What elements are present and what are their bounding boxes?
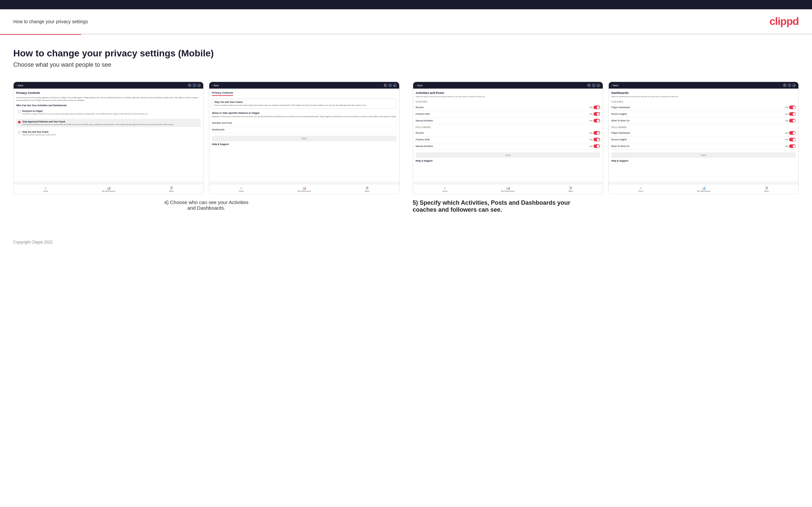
people-icon[interactable]: 👤 [193,83,196,87]
bottom-nav-3: ⌂ Home 📊 My Performance ☰ Menu [413,184,603,194]
search-icon[interactable]: 🔍 [188,83,191,87]
nav-menu-2[interactable]: ☰ Menu [365,186,370,192]
nav-performance-2[interactable]: 📊 My Performance [298,186,311,192]
toggle-switch-followers-work[interactable] [789,144,796,148]
option-only-you[interactable]: Only You and Your Coach Only you and the… [16,129,201,138]
toggle-coaches-manual-control[interactable]: ON [590,119,600,122]
toggle-coaches-drills[interactable]: Practice Drills ON [416,111,600,117]
menu-dashboards[interactable]: Dashboards › [212,126,396,133]
toggle-switch-coaches-drills[interactable] [594,112,600,116]
privacy-controls-tab[interactable]: Privacy Controls [212,91,233,96]
nav-home-4[interactable]: ⌂ Home [638,186,643,192]
screenshots-container: ‹ Back 🔍 👤 ⚙ Privacy Controls Control ho… [13,81,799,213]
toggle-coaches-rounds-control[interactable]: ON [590,106,600,109]
toggle-coaches-manual[interactable]: Manual Activities ON [416,117,600,124]
toggle-coaches-round-insights-control[interactable]: ON [785,112,796,116]
privacy-controls-desc: Control how you and your data appears to… [16,97,201,102]
toggle-switch-followers-manual[interactable] [594,144,600,148]
toggle-on-label-10: ON [785,132,788,134]
toggle-switch-coaches-manual[interactable] [594,119,600,122]
save-button-4[interactable]: Save [611,152,796,158]
toggle-followers-player-dash[interactable]: Player Dashboard ON [611,130,796,136]
option-approved-desc: Only approved followers and coaches you … [22,123,174,126]
toggle-coaches-rounds[interactable]: Rounds ON [416,104,600,111]
nav-performance-1[interactable]: 📊 My Performance [102,186,115,192]
nav-home-2[interactable]: ⌂ Home [239,186,244,192]
toggle-switch-coaches-player[interactable] [789,106,796,109]
toggle-switch-followers-rounds[interactable] [594,131,600,135]
toggle-followers-manual-control[interactable]: ON [590,144,600,148]
save-button-2[interactable]: Save [212,136,396,142]
left-column: ‹ Back 🔍 👤 ⚙ Privacy Controls Control ho… [13,81,400,213]
phone-screen-1: ‹ Back 🔍 👤 ⚙ Privacy Controls Control ho… [13,81,204,194]
back-label-3: Back [417,84,423,87]
menu-activities[interactable]: Activities and Posts › [212,120,396,126]
nav-menu-4[interactable]: ☰ Menu [764,186,769,192]
option-everyone-desc: Everyone on Clippd can search for you an… [22,113,148,115]
settings-icon[interactable]: ⚙ [197,83,201,87]
toggle-coaches-what-to-work[interactable]: What To Work On ON [611,117,796,124]
option-approved-label: Only Approved Followers and Your Coach [22,120,174,123]
nav-menu-1[interactable]: ☰ Menu [169,186,174,192]
toggle-switch-followers-insights[interactable] [789,138,796,142]
toggle-followers-drills[interactable]: Practice Drills ON [416,136,600,143]
nav-home-3[interactable]: ⌂ Home [443,186,448,192]
back-nav-3[interactable]: ‹ Back [416,84,423,87]
toggle-coaches-drills-control[interactable]: ON [590,112,600,116]
search-icon-4[interactable]: 🔍 [783,83,786,87]
nav-performance-4[interactable]: 📊 My Performance [697,186,710,192]
toggle-switch-followers-player[interactable] [789,131,796,135]
toggle-on-label-6: ON [590,145,593,147]
clippd-logo: clippd [769,15,799,27]
toggle-followers-rounds[interactable]: Rounds ON [416,130,600,136]
toggle-coaches-what-to-work-control[interactable]: ON [785,119,796,122]
save-button-3[interactable]: Save [416,152,600,158]
toggle-coaches-player-dash[interactable]: Player Dashboard ON [611,104,796,111]
toggle-coaches-round-insights[interactable]: Round Insights ON [611,111,796,117]
nav-performance-label-2: My Performance [298,190,311,192]
people-icon-2[interactable]: 👤 [389,83,392,87]
toggle-followers-round-insights[interactable]: Round Insights ON [611,136,796,143]
toggle-switch-followers-drills[interactable] [594,138,600,142]
search-icon-3[interactable]: 🔍 [588,83,591,87]
toggle-on-label-1: ON [590,107,593,109]
nav-performance-label-4: My Performance [697,190,710,192]
back-nav-4[interactable]: ‹ Back [611,84,618,87]
coaches-label-4: COACHES [611,101,796,103]
option-approved[interactable]: Only Approved Followers and Your Coach O… [16,119,201,127]
phone-body-3: Activities and Posts Select the types of… [413,89,603,181]
toggle-switch-coaches-rounds[interactable] [594,106,600,109]
toggle-followers-drills-control[interactable]: ON [590,138,600,142]
search-icon-2[interactable]: 🔍 [384,83,387,87]
settings-icon-2[interactable]: ⚙ [393,83,397,87]
help-support-label-4: Help & Support [611,160,628,162]
home-icon-1: ⌂ [45,186,47,190]
toggle-on-label-8: ON [785,113,788,115]
toggle-followers-rounds-control[interactable]: ON [590,131,600,135]
back-label-2: Back [214,84,219,87]
back-nav-1[interactable]: ‹ Back [16,84,23,87]
toggle-coaches-player-dash-control[interactable]: ON [785,106,796,109]
back-nav-2[interactable]: ‹ Back [212,84,219,87]
toggle-followers-player-dash-control[interactable]: ON [785,131,796,135]
menu-icon-2: ☰ [366,186,369,190]
people-icon-3[interactable]: 👤 [592,83,596,87]
toggle-switch-coaches-work[interactable] [789,119,796,122]
toggle-followers-round-insights-control[interactable]: ON [785,138,796,142]
toggle-switch-coaches-insights[interactable] [789,112,796,116]
toggle-followers-what-to-work-control[interactable]: ON [785,144,796,148]
people-icon-4[interactable]: 👤 [788,83,791,87]
followers-label-4: FOLLOWERS [611,126,796,128]
toggle-followers-what-to-work[interactable]: What To Work On ON [611,143,796,150]
settings-icon-3[interactable]: ⚙ [597,83,600,87]
settings-icon-4[interactable]: ⚙ [793,83,796,87]
top-bar [0,0,812,9]
followers-rounds-label: Rounds [416,132,424,134]
coaches-manual-label: Manual Activities [416,119,433,122]
right-column: ‹ Back 🔍 👤 ⚙ Activities and Posts Select… [413,81,799,213]
nav-performance-3[interactable]: 📊 My Performance [501,186,514,192]
option-everyone[interactable]: Everyone on Clippd Everyone on Clippd ca… [16,108,201,117]
nav-menu-3[interactable]: ☰ Menu [568,186,573,192]
nav-home-1[interactable]: ⌂ Home [43,186,48,192]
toggle-followers-manual[interactable]: Manual Activities ON [416,143,600,150]
